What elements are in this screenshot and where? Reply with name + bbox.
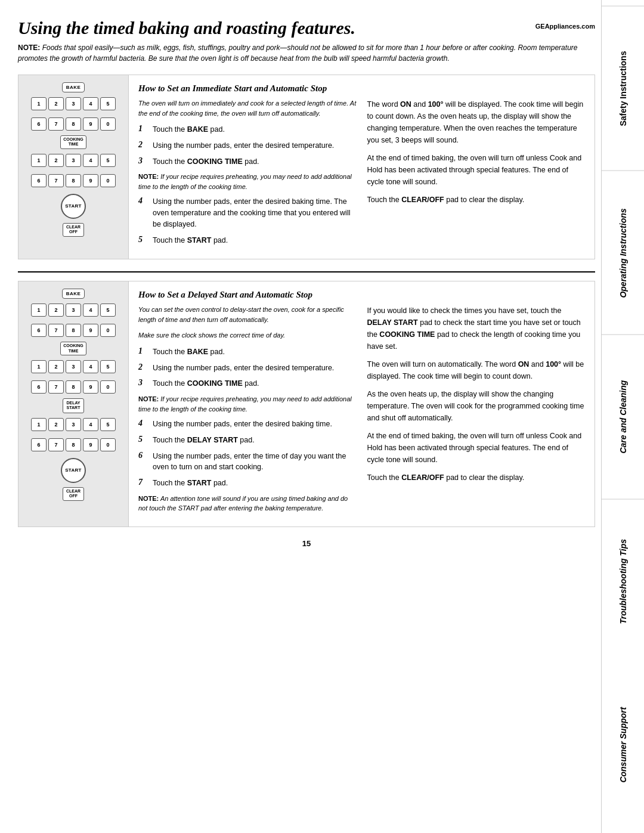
section2-left: You can set the oven control to delay-st… [138, 305, 358, 518]
k2-9[interactable]: 9 [83, 324, 98, 337]
k2-9c[interactable]: 9 [83, 438, 98, 451]
key-1[interactable]: 1 [31, 97, 47, 110]
section2-right: If you would like to check the times you… [367, 305, 587, 518]
key-4[interactable]: 4 [83, 97, 98, 110]
k2-7b[interactable]: 7 [48, 380, 64, 394]
section1-block: BAKE 1 2 3 4 5 6 7 8 9 0 COOKINGTIME [18, 75, 595, 259]
key-3[interactable]: 3 [66, 97, 81, 110]
delay-start-button[interactable]: DELAYSTART [63, 398, 83, 413]
k2-6c[interactable]: 6 [31, 438, 47, 451]
step2-6: 6 Using the number pads, enter the time … [138, 451, 358, 473]
numpad-row3: 1 2 3 4 5 [31, 154, 116, 167]
sidebar-troubleshooting: Troubleshooting Tips [602, 499, 644, 664]
section2-two-col: You can set the oven control to delay-st… [138, 305, 586, 518]
k2-7c[interactable]: 7 [48, 438, 64, 451]
right-sidebar: Safety Instructions Operating Instructio… [601, 0, 644, 833]
k2-2c[interactable]: 2 [48, 418, 64, 431]
k2-8[interactable]: 8 [66, 324, 81, 337]
key-0[interactable]: 0 [100, 117, 116, 131]
k2-5c[interactable]: 5 [100, 418, 116, 431]
section1-header: How to Set an Immediate Start and Automa… [138, 83, 586, 94]
key-9[interactable]: 9 [83, 117, 98, 131]
key-7b[interactable]: 7 [48, 174, 64, 187]
k2-0[interactable]: 0 [100, 324, 116, 337]
step2-1: 1 Touch the BAKE pad. [138, 346, 358, 358]
section1-intro: The oven will turn on immediately and co… [138, 98, 358, 118]
k2-2b[interactable]: 2 [48, 360, 64, 373]
s1-right-p2: At the end of timed baking, the oven wil… [367, 152, 587, 188]
step1-1: 1 Touch the BAKE pad. [138, 124, 358, 135]
numpad-row2: 6 7 8 9 0 [31, 117, 116, 131]
bake-button-1[interactable]: BAKE [62, 82, 85, 92]
sidebar-care: Care and Cleaning [602, 335, 644, 499]
k2-4b[interactable]: 4 [83, 360, 98, 373]
key-8b[interactable]: 8 [66, 174, 81, 187]
k2-6b[interactable]: 6 [31, 380, 47, 394]
step2-4: 4 Using the number pads, enter the desir… [138, 419, 358, 430]
key-6b[interactable]: 6 [31, 174, 47, 187]
k2-0c[interactable]: 0 [100, 438, 116, 451]
numpad2-row5: 1 2 3 4 5 [31, 418, 116, 431]
k2-5[interactable]: 5 [100, 304, 116, 317]
s2-right-p3: As the oven heats up, the display will s… [367, 388, 587, 424]
k2-1[interactable]: 1 [31, 304, 47, 317]
numpad2-row6: 6 7 8 9 0 [31, 438, 116, 451]
cooking-time-button-2[interactable]: COOKINGTIME [60, 342, 86, 355]
k2-7[interactable]: 7 [48, 324, 64, 337]
k2-0b[interactable]: 0 [100, 380, 116, 394]
k2-2[interactable]: 2 [48, 304, 64, 317]
key-5b[interactable]: 5 [100, 154, 116, 167]
oven-diagram-2: BAKE 1 2 3 4 5 6 7 8 9 0 COOKINGTIME [18, 281, 129, 527]
main-content: Using the timed baking and roasting feat… [0, 0, 601, 833]
website-url: GEAppliances.com [535, 23, 595, 30]
sidebar-safety: Safety Instructions [602, 6, 644, 171]
k2-5b[interactable]: 5 [100, 360, 116, 373]
key-8[interactable]: 8 [66, 117, 81, 131]
key-6[interactable]: 6 [31, 117, 47, 131]
k2-8c[interactable]: 8 [66, 438, 81, 451]
step1-2-text: Using the number pads, enter the desired… [153, 140, 334, 151]
key-2b[interactable]: 2 [48, 154, 64, 167]
title-row: Using the timed baking and roasting feat… [18, 18, 595, 38]
k2-9b[interactable]: 9 [83, 380, 98, 394]
section1-note: NOTE: If your recipe requires preheating… [138, 172, 358, 191]
s2-right-p4: At the end of timed baking, the oven wil… [367, 430, 587, 466]
k2-1c[interactable]: 1 [31, 418, 47, 431]
step1-2: 2 Using the number pads, enter the desir… [138, 140, 358, 151]
k2-4c[interactable]: 4 [83, 418, 98, 431]
k2-1b[interactable]: 1 [31, 360, 47, 373]
numpad-row4: 6 7 8 9 0 [31, 174, 116, 187]
start-button-1[interactable]: START [61, 194, 86, 219]
numpad2-row2: 6 7 8 9 0 [31, 324, 116, 337]
step2-5: 5 Touch the DELAY START pad. [138, 435, 358, 446]
page-wrapper: Using the timed baking and roasting feat… [0, 0, 644, 833]
k2-3[interactable]: 3 [66, 304, 81, 317]
k2-4[interactable]: 4 [83, 304, 98, 317]
clear-off-button-1[interactable]: CLEAROFF [63, 223, 84, 237]
page-number: 15 [18, 539, 595, 548]
key-7[interactable]: 7 [48, 117, 64, 131]
numpad-row1: 1 2 3 4 5 [31, 97, 116, 110]
bake-button-2[interactable]: BAKE [62, 289, 85, 299]
key-3b[interactable]: 3 [66, 154, 81, 167]
section2-note1: NOTE: If your recipe requires preheating… [138, 394, 358, 414]
key-2[interactable]: 2 [48, 97, 64, 110]
k2-6[interactable]: 6 [31, 324, 47, 337]
key-4b[interactable]: 4 [83, 154, 98, 167]
k2-8b[interactable]: 8 [66, 380, 81, 394]
k2-3b[interactable]: 3 [66, 360, 81, 373]
step1-4-text: Using the number pads, enter the desired… [153, 196, 358, 230]
key-0b[interactable]: 0 [100, 174, 116, 187]
section1-right: The word ON and 100° will be displayed. … [367, 98, 587, 250]
start-button-2[interactable]: START [61, 458, 86, 483]
s1-right-p3: Touch the CLEAR/OFF pad to clear the dis… [367, 194, 587, 206]
k2-3c[interactable]: 3 [66, 418, 81, 431]
key-1b[interactable]: 1 [31, 154, 47, 167]
cooking-time-button-1[interactable]: COOKINGTIME [60, 135, 86, 149]
key-9b[interactable]: 9 [83, 174, 98, 187]
clear-off-button-2[interactable]: CLEAROFF [63, 487, 84, 501]
top-note: NOTE: Foods that spoil easily—such as mi… [18, 42, 595, 64]
note-text: Foods that spoil easily—such as milk, eg… [18, 44, 577, 63]
section2-note2: NOTE: An attention tone will sound if yo… [138, 494, 358, 513]
key-5[interactable]: 5 [100, 97, 116, 110]
